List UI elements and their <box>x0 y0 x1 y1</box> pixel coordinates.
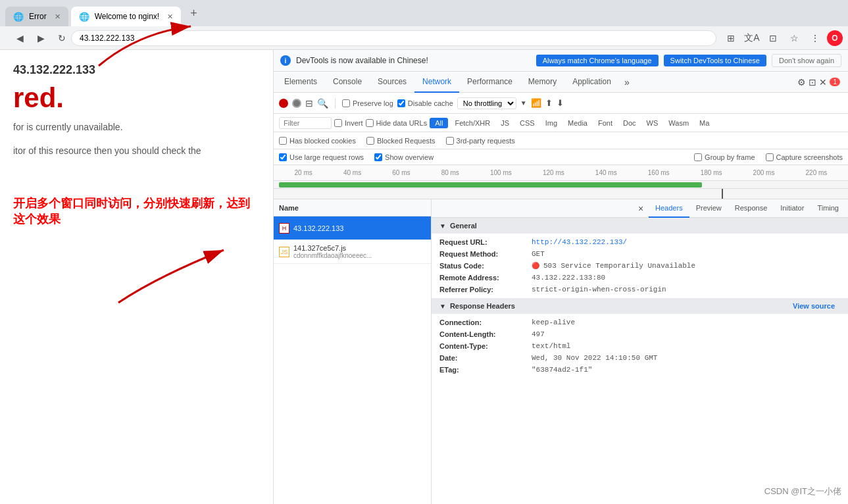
headers-tabs: × Headers Preview Response Initiator Tim… <box>432 199 848 218</box>
translate-button[interactable]: 文A <box>743 29 761 47</box>
dock-icon[interactable]: ⊡ <box>809 77 816 88</box>
timeline-labels: 20 ms 40 ms 60 ms 80 ms 100 ms 120 ms 14… <box>274 169 848 176</box>
group-by-frame-checkbox[interactable] <box>694 153 702 161</box>
third-party-label[interactable]: 3rd-party requests <box>446 137 515 145</box>
filter-font[interactable]: Font <box>594 118 616 128</box>
arrow1 <box>86 20 217 72</box>
tab-application[interactable]: Application <box>564 72 619 93</box>
notif-always-match-btn[interactable]: Always match Chrome's language <box>536 55 659 66</box>
filter-input[interactable] <box>279 117 332 129</box>
header-row-url: Request URL: http://43.132.222.133/ <box>439 236 840 248</box>
search-icon[interactable]: 🔍 <box>317 98 328 109</box>
wifi-icon[interactable]: 📶 <box>531 98 541 108</box>
tab-elements[interactable]: Elements <box>276 72 325 93</box>
headers-tab-timing[interactable]: Timing <box>811 199 845 218</box>
error-tab-close[interactable]: ✕ <box>55 13 61 21</box>
forward-button[interactable]: ▶ <box>32 29 50 47</box>
general-section-header[interactable]: ▼ General <box>432 218 848 234</box>
network-filter-bar: Invert Hide data URLs All Fetch/XHR JS C… <box>274 114 848 132</box>
third-party-checkbox[interactable] <box>446 137 454 145</box>
filter-img[interactable]: Img <box>541 118 561 128</box>
tab-network[interactable]: Network <box>414 72 459 93</box>
new-tab-button[interactable]: + <box>186 5 201 22</box>
upload-icon[interactable]: ⬆ <box>545 98 553 108</box>
timeline-waterfall-row <box>274 189 848 199</box>
tab-more[interactable]: » <box>619 77 635 88</box>
response-section-header[interactable]: ▼ Response Headers View source <box>432 298 848 314</box>
reload-button[interactable]: ↻ <box>53 29 71 47</box>
disable-cache-label[interactable]: Disable cache <box>397 99 453 107</box>
tab-performance[interactable]: Performance <box>459 72 520 93</box>
devtools-notification: i DevTools is now available in Chinese! … <box>274 50 848 72</box>
req-sub-1: cdonnmffkdaoajfknoeeec... <box>293 252 372 259</box>
capture-screenshots-label[interactable]: Capture screenshots <box>766 153 843 161</box>
filter-fetch-xhr[interactable]: Fetch/XHR <box>451 118 494 128</box>
filter-media[interactable]: Media <box>564 118 591 128</box>
screenshot-button[interactable]: ⊡ <box>764 29 782 47</box>
tab-sources[interactable]: Sources <box>370 72 414 93</box>
invert-checkbox[interactable] <box>334 119 342 127</box>
network-split: Name H 43.132.222.133 JS 141.327ce5c7.js… <box>274 199 848 504</box>
show-overview-label[interactable]: Show overview <box>374 153 434 161</box>
preserve-log-checkbox[interactable] <box>342 99 350 107</box>
filter-doc[interactable]: Doc <box>619 118 640 128</box>
headers-tab-preview[interactable]: Preview <box>689 199 728 218</box>
has-blocked-cookies-label[interactable]: Has blocked cookies <box>279 137 356 145</box>
has-blocked-cookies-checkbox[interactable] <box>279 137 287 145</box>
preserve-log-label[interactable]: Preserve log <box>342 99 393 107</box>
filter-ws[interactable]: WS <box>643 118 662 128</box>
filter-all-btn[interactable]: All <box>430 118 448 128</box>
filter-js[interactable]: JS <box>497 118 513 128</box>
notif-switch-devtools-btn[interactable]: Switch DevTools to Chinese <box>664 55 766 66</box>
devtools-panel: i DevTools is now available in Chinese! … <box>273 50 848 504</box>
back-button[interactable]: ◀ <box>11 29 29 47</box>
filter-icon[interactable]: ⊟ <box>305 98 313 109</box>
headers-tab-response[interactable]: Response <box>728 199 774 218</box>
view-source-btn[interactable]: View source <box>793 302 840 310</box>
capture-screenshots-checkbox[interactable] <box>766 153 774 161</box>
bookmark-button[interactable]: ☆ <box>785 29 803 47</box>
requests-header: Name <box>274 199 431 216</box>
filter-wasm[interactable]: Wasm <box>664 118 693 128</box>
timeline-bar: 20 ms 40 ms 60 ms 80 ms 100 ms 120 ms 14… <box>274 165 848 181</box>
csdn-watermark: CSDN @IT之一小佬 <box>764 486 841 497</box>
throttle-select[interactable]: No throttling <box>457 97 516 109</box>
headers-tab-initiator[interactable]: Initiator <box>774 199 811 218</box>
download-icon[interactable]: ⬇ <box>557 98 564 108</box>
timeline-progress-bar <box>279 182 702 188</box>
opera-icon: O <box>827 30 843 46</box>
timeline-progress-row <box>274 181 848 189</box>
disable-cache-checkbox[interactable] <box>397 99 405 107</box>
headers-close-btn[interactable]: × <box>633 203 649 214</box>
requests-panel: Name H 43.132.222.133 JS 141.327ce5c7.js… <box>274 199 432 504</box>
hide-data-urls-label[interactable]: Hide data URLs <box>366 119 428 127</box>
page-chinese: 开启多个窗口同时访问，分别快速刷新，达到这个效果 <box>13 195 260 227</box>
tab-console[interactable]: Console <box>325 72 370 93</box>
large-rows-label[interactable]: Use large request rows <box>279 153 364 161</box>
extensions-button[interactable]: ⊞ <box>722 29 740 47</box>
browser-right-actions: ⊞ 文A ⊡ ☆ ⋮ O <box>722 29 843 47</box>
show-overview-checkbox[interactable] <box>374 153 382 161</box>
headers-tab-headers[interactable]: Headers <box>649 199 689 218</box>
stop-button[interactable] <box>292 99 301 108</box>
menu-button[interactable]: ⋮ <box>806 29 824 47</box>
blocked-requests-checkbox[interactable] <box>366 137 374 145</box>
tab-error[interactable]: 🌐 Error ✕ <box>5 7 68 26</box>
notif-dismiss-btn[interactable]: Don't show again <box>772 54 841 67</box>
resp-row-content-type: Content-Type: text/html <box>439 340 840 352</box>
request-item-1[interactable]: JS 141.327ce5c7.js cdonnmffkdaoajfknoeee… <box>274 240 431 264</box>
options-row: Use large request rows Show overview Gro… <box>274 149 848 165</box>
close-devtools-icon[interactable]: ✕ <box>819 77 827 88</box>
settings-icon[interactable]: ⚙ <box>797 77 806 88</box>
request-item-0[interactable]: H 43.132.222.133 <box>274 216 431 240</box>
invert-label[interactable]: Invert <box>334 119 363 127</box>
filter-ma[interactable]: Ma <box>695 118 713 128</box>
tab-memory[interactable]: Memory <box>520 72 564 93</box>
filter-css[interactable]: CSS <box>516 118 539 128</box>
record-button[interactable] <box>279 99 288 108</box>
blocked-requests-label[interactable]: Blocked Requests <box>366 137 436 145</box>
header-row-referrer: Referrer Policy: strict-origin-when-cros… <box>439 284 840 295</box>
group-by-frame-label[interactable]: Group by frame <box>694 153 755 161</box>
large-rows-checkbox[interactable] <box>279 153 287 161</box>
hide-data-urls-checkbox[interactable] <box>366 119 374 127</box>
